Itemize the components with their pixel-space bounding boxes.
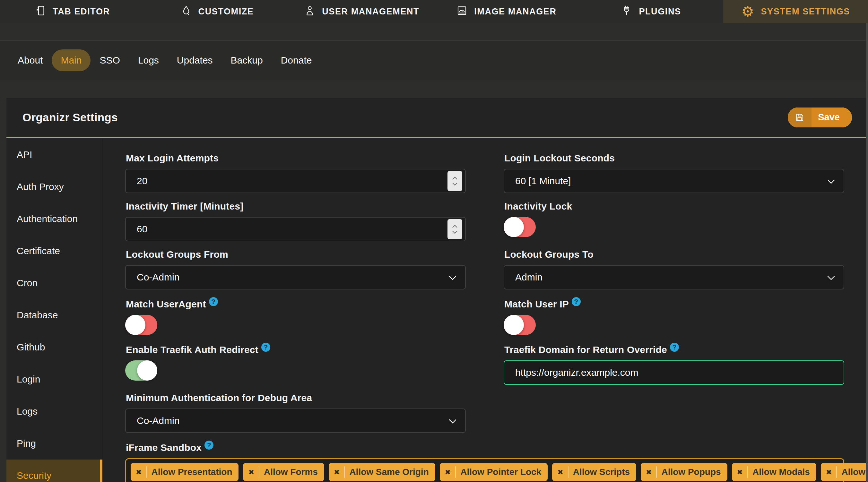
tag-remove-icon[interactable]: ✖ [737, 468, 743, 476]
tag-remove-icon[interactable]: ✖ [646, 468, 652, 476]
help-icon[interactable]: ? [261, 343, 270, 352]
tag-separator [836, 466, 837, 478]
inactivity-lock-toggle[interactable] [504, 217, 536, 237]
customize-icon [180, 5, 192, 19]
user-management-nav-item[interactable]: USER MANAGEMENT [289, 0, 434, 23]
plugins-nav-item[interactable]: PLUGINS [579, 0, 723, 23]
sidebar-item-login[interactable]: Login [6, 363, 102, 395]
tag-allow-forms: ✖ Allow Forms [243, 463, 324, 481]
tag-label: Allow Top Navigation [841, 467, 866, 477]
match-user-ip-toggle[interactable] [504, 315, 536, 335]
traefik-domain-input-wrap [504, 360, 844, 385]
min-auth-debug-label: Minimum Authentication for Debug Area [126, 392, 466, 404]
image-manager-nav-item[interactable]: IMAGE MANAGER [434, 0, 579, 23]
lockout-groups-from-value: Co-Admin [137, 272, 180, 283]
tag-remove-icon[interactable]: ✖ [826, 468, 832, 476]
tag-remove-icon[interactable]: ✖ [248, 468, 254, 476]
number-stepper[interactable] [447, 219, 462, 239]
match-user-ip-label-text: Match User IP [504, 299, 569, 309]
tab-about[interactable]: About [9, 50, 52, 71]
match-useragent-label-text: Match UserAgent [126, 299, 206, 309]
sidebar-item-api[interactable]: API [6, 139, 102, 171]
help-icon[interactable]: ? [572, 297, 581, 306]
login-lockout-seconds-select[interactable]: 60 [1 Minute] [504, 169, 844, 193]
enable-traefik-label-text: Enable Traefik Auth Redirect [126, 344, 258, 355]
tab-main[interactable]: Main [52, 50, 91, 71]
inactivity-lock-label: Inactivity Lock [504, 201, 844, 212]
chevron-down-icon [448, 415, 457, 426]
save-button[interactable]: Save [788, 107, 852, 127]
tag-label: Allow Scripts [573, 467, 630, 477]
traefik-domain-input[interactable] [515, 367, 823, 378]
floppy-save-icon [788, 107, 811, 127]
sidebar-item-authentication[interactable]: Authentication [6, 203, 102, 235]
field-iframe-sandbox: iFrame Sandbox? ✖ Allow Presentation ✖ A… [125, 441, 844, 482]
field-traefik-domain: Traefik Domain for Return Override? [504, 343, 844, 385]
tag-remove-icon[interactable]: ✖ [136, 468, 142, 476]
tab-logs[interactable]: Logs [129, 50, 168, 71]
settings-sidebar: API Auth Proxy Authentication Certificat… [6, 139, 103, 482]
field-match-useragent: Match UserAgent? [125, 297, 466, 335]
sidebar-item-security[interactable]: Security [6, 459, 102, 482]
inactivity-timer-input[interactable] [137, 224, 444, 234]
tab-updates[interactable]: Updates [168, 50, 222, 71]
page-scrollbar[interactable] [866, 0, 868, 482]
tag-label: Allow Popups [661, 467, 721, 477]
tag-separator [344, 466, 345, 478]
tag-label: Allow Presentation [151, 467, 232, 477]
tag-allow-top-navigation: ✖ Allow Top Navigation [821, 463, 866, 481]
sidebar-item-github[interactable]: Github [6, 331, 102, 363]
user-management-label: USER MANAGEMENT [322, 7, 419, 17]
help-icon[interactable]: ? [205, 441, 214, 450]
tag-allow-same-origin: ✖ Allow Same Origin [329, 463, 435, 481]
chevron-down-icon [827, 175, 835, 187]
tag-remove-icon[interactable]: ✖ [557, 468, 563, 476]
gear-icon: ⚙ [741, 4, 754, 19]
tag-separator [146, 466, 147, 478]
customize-nav-item[interactable]: CUSTOMIZE [145, 0, 289, 23]
tag-allow-modals: ✖ Allow Modals [732, 463, 816, 481]
enable-traefik-toggle[interactable] [125, 360, 157, 381]
sidebar-item-ping[interactable]: Ping [6, 427, 102, 459]
tab-editor-nav-item[interactable]: TAB EDITOR [0, 0, 145, 23]
tag-separator [455, 466, 456, 478]
sidebar-item-certificate[interactable]: Certificate [6, 235, 102, 267]
tag-remove-icon[interactable]: ✖ [445, 468, 451, 476]
max-login-attempts-input[interactable] [137, 175, 444, 187]
settings-sub-navigation: About Main SSO Logs Updates Backup Donat… [0, 40, 868, 80]
sidebar-item-auth-proxy[interactable]: Auth Proxy [6, 171, 102, 203]
iframe-sandbox-tag-input[interactable]: ✖ Allow Presentation ✖ Allow Forms ✖ All… [125, 458, 844, 482]
field-max-login-attempts: Max Login Attempts [125, 153, 466, 193]
match-useragent-toggle[interactable] [125, 315, 157, 335]
help-icon[interactable]: ? [670, 343, 679, 352]
user-icon [304, 5, 315, 19]
lockout-groups-to-select[interactable]: Admin [504, 265, 844, 289]
page-title: Organizr Settings [23, 111, 118, 124]
toggle-knob [504, 315, 524, 335]
tab-editor-label: TAB EDITOR [53, 7, 110, 17]
traefik-domain-label: Traefik Domain for Return Override? [504, 343, 844, 355]
save-button-label: Save [811, 107, 852, 127]
tag-allow-scripts: ✖ Allow Scripts [552, 463, 636, 481]
system-settings-nav-item[interactable]: ⚙ SYSTEM SETTINGS [723, 0, 868, 23]
toggle-knob [137, 360, 157, 381]
sidebar-item-logs[interactable]: Logs [6, 395, 102, 427]
field-spacer [504, 392, 844, 433]
sidebar-item-cron[interactable]: Cron [6, 267, 102, 299]
tab-backup[interactable]: Backup [222, 50, 272, 71]
tag-remove-icon[interactable]: ✖ [334, 468, 340, 476]
help-icon[interactable]: ? [209, 297, 218, 306]
lockout-groups-from-select[interactable]: Co-Admin [125, 265, 466, 289]
field-inactivity-lock: Inactivity Lock [504, 201, 844, 241]
tab-sso[interactable]: SSO [91, 50, 129, 71]
number-stepper[interactable] [447, 171, 462, 191]
enable-traefik-label: Enable Traefik Auth Redirect? [126, 343, 466, 355]
iframe-sandbox-label-text: iFrame Sandbox [126, 442, 202, 453]
toggle-knob [504, 217, 524, 237]
settings-form: Max Login Attempts Login Lockout Seconds… [103, 139, 866, 482]
field-lockout-groups-to: Lockout Groups To Admin [504, 249, 844, 289]
tab-donate[interactable]: Donate [272, 50, 321, 71]
sidebar-item-database[interactable]: Database [6, 299, 102, 331]
organizr-settings-panel: Organizr Settings Save API Auth Proxy Au… [6, 98, 866, 482]
min-auth-debug-select[interactable]: Co-Admin [125, 409, 466, 433]
